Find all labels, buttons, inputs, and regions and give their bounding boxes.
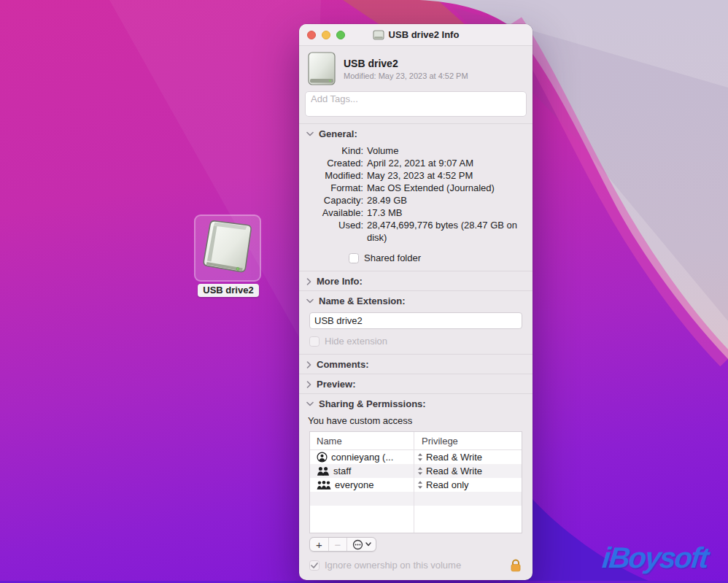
section-label: Name & Extension: [319,296,405,306]
group-icon [317,466,330,476]
hide-extension-row: Hide extension [309,336,522,347]
lock-icon[interactable] [509,558,522,572]
chevron-down-icon [365,542,371,547]
info-label: Format: [308,182,363,194]
general-info-rows: Kind:Volume Created:April 22, 2021 at 9:… [299,143,533,244]
privilege-popup[interactable]: Read & Write [414,452,522,463]
shared-folder-label: Shared folder [364,252,421,263]
table-header: Name Privilege [310,432,522,450]
section-general[interactable]: General: [299,124,533,143]
volume-modified: Modified: May 23, 2023 at 4:52 PM [344,72,468,80]
action-menu-button[interactable] [346,538,376,551]
table-row-empty [310,492,522,506]
info-value: Mac OS Extended (Journaled) [367,182,524,194]
user-circle-icon [317,452,328,463]
column-header-privilege: Privilege [414,436,522,447]
section-comments[interactable]: Comments: [299,355,533,374]
get-info-window: USB drive2 Info USB drive2 Modified: May… [299,24,533,580]
permission-actions: + − [309,537,522,552]
info-row-created: Created:April 22, 2021 at 9:07 AM [299,157,533,169]
privilege-popup[interactable]: Read only [414,479,522,490]
section-label: Sharing & Permissions: [319,398,426,409]
section-label: Preview: [317,379,355,390]
volume-name: USB drive2 [344,58,468,69]
section-label: General: [319,128,357,139]
info-value: Volume [367,144,524,157]
info-value: 28,474,699,776 bytes (28.47 GB on disk) [367,219,524,244]
ignore-ownership-label: Ignore ownership on this volume [325,560,461,571]
add-user-button[interactable]: + [310,538,328,551]
info-value: 28.49 GB [367,194,524,206]
privilege-value: Read only [426,479,469,490]
chevron-down-icon [306,298,314,304]
ignore-ownership-checkbox [309,560,320,571]
ellipsis-circle-icon [352,539,363,550]
minimize-button[interactable] [322,31,330,39]
permission-user: everyone [335,479,373,490]
stepper-icon [417,452,423,462]
filename-input[interactable] [309,312,522,329]
info-header: USB drive2 Modified: May 23, 2023 at 4:5… [299,46,533,90]
everyone-icon [317,480,331,490]
desktop-icon-label[interactable]: USB drive2 [198,284,258,297]
shared-folder-checkbox[interactable] [349,253,359,263]
info-label: Available: [308,206,363,219]
checkmark-icon [311,563,318,568]
desktop-icon-usb-drive2[interactable]: USB drive2 [194,215,263,297]
permission-user: connieyang (... [331,452,393,463]
hide-extension-checkbox [309,336,320,347]
info-label: Created: [308,157,363,169]
drive-proxy-icon [373,30,384,40]
column-header-name: Name [310,436,414,447]
chevron-down-icon [306,401,314,406]
permission-user: staff [333,466,351,476]
info-value: April 22, 2021 at 9:07 AM [367,157,524,169]
section-label: Comments: [317,359,369,370]
stepper-icon [417,480,423,490]
table-row[interactable]: everyone Read only [310,478,522,492]
hide-extension-label: Hide extension [325,336,387,347]
info-label: Used: [308,219,363,244]
info-row-available: Available:17.3 MB [299,206,533,219]
info-label: Capacity: [308,194,363,206]
window-title: USB drive2 Info [389,29,460,40]
zoom-button[interactable] [336,31,345,39]
add-tags-input[interactable] [305,91,527,117]
section-preview[interactable]: Preview: [299,374,533,393]
ignore-ownership-row: Ignore ownership on this volume [309,558,522,580]
table-row-empty [310,506,522,520]
privilege-value: Read & Write [426,466,482,476]
table-empty-area [310,520,522,533]
chevron-right-icon [306,361,311,368]
section-sharing-permissions[interactable]: Sharing & Permissions: [299,394,533,413]
volume-icon [308,52,336,85]
info-row-capacity: Capacity:28.49 GB [299,194,533,206]
close-button[interactable] [307,31,316,39]
desktop-icon-selection[interactable] [194,215,261,282]
section-label: More Info: [317,276,363,287]
info-row-modified: Modified:May 23, 2023 at 4:52 PM [299,169,533,182]
iboysoft-watermark: iBoysoft [601,541,710,574]
custom-access-note: You have custom access [299,413,533,431]
info-row-format: Format:Mac OS Extended (Journaled) [299,182,533,194]
shared-folder-row: Shared folder [349,252,522,263]
traffic-lights [307,31,345,39]
titlebar[interactable]: USB drive2 Info [299,24,533,46]
table-row[interactable]: connieyang (... Read & Write [310,450,522,464]
info-value: 17.3 MB [367,206,524,219]
chevron-right-icon [306,381,311,388]
chevron-right-icon [306,278,311,285]
column-divider [414,432,414,533]
desktop-wallpaper: USB drive2 USB drive2 Info [0,0,728,583]
section-name-extension[interactable]: Name & Extension: [299,291,533,310]
info-row-used: Used:28,474,699,776 bytes (28.47 GB on d… [299,219,533,244]
info-value: May 23, 2023 at 4:52 PM [367,169,524,182]
info-row-kind: Kind:Volume [299,144,533,157]
remove-user-button: − [328,538,346,551]
table-row[interactable]: staff Read & Write [310,464,522,478]
chevron-down-icon [306,131,314,136]
permissions-table: Name Privilege connieyang (... [309,431,522,533]
privilege-popup[interactable]: Read & Write [414,466,522,476]
section-more-info[interactable]: More Info: [299,271,533,290]
stepper-icon [417,466,423,476]
